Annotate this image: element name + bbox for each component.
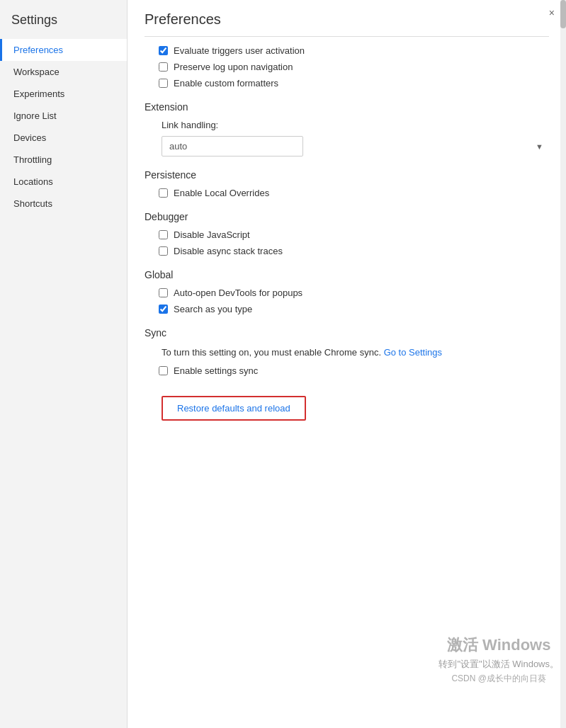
- select-arrow-icon: ▼: [536, 142, 543, 151]
- search-as-you-type-checkbox[interactable]: [159, 305, 168, 314]
- watermark-overlay: 激活 Windows 转到"设置"以激活 Windows。 CSDN @成长中的…: [438, 632, 559, 686]
- sidebar-item-experiments[interactable]: Experiments: [0, 83, 127, 105]
- link-handling-label: Link handling:: [162, 120, 218, 130]
- disable-async-label[interactable]: Disable async stack traces: [174, 246, 283, 256]
- link-handling-row: Link handling:: [162, 120, 549, 130]
- preserve-log-checkbox[interactable]: [159, 62, 168, 72]
- sidebar-item-devices[interactable]: Devices: [0, 127, 127, 149]
- sidebar-title: Settings: [0, 6, 127, 39]
- checkbox-disable-async: Disable async stack traces: [159, 246, 549, 256]
- main-content: × Preferences Evaluate triggers user act…: [128, 0, 566, 728]
- sidebar-item-throttling[interactable]: Throttling: [0, 149, 127, 171]
- scroll-thumb[interactable]: [560, 0, 566, 28]
- checkbox-preserve-log: Preserve log upon navigation: [159, 62, 549, 72]
- evaluate-triggers-checkbox[interactable]: [159, 46, 168, 55]
- settings-container: Settings Preferences Workspace Experimen…: [0, 0, 566, 728]
- sidebar-item-locations[interactable]: Locations: [0, 171, 127, 193]
- restore-defaults-button[interactable]: Restore defaults and reload: [162, 396, 306, 421]
- checkbox-auto-open-devtools: Auto-open DevTools for popups: [159, 288, 549, 298]
- sidebar-item-shortcuts[interactable]: Shortcuts: [0, 193, 127, 215]
- link-handling-select-wrapper: auto always never ▼: [162, 136, 549, 157]
- enable-settings-sync-label[interactable]: Enable settings sync: [174, 365, 258, 376]
- checkbox-enable-settings-sync: Enable settings sync: [159, 365, 549, 376]
- sync-description: To turn this setting on, you must enable…: [162, 346, 549, 360]
- checkbox-enable-formatters: Enable custom formatters: [159, 78, 549, 89]
- evaluate-triggers-label[interactable]: Evaluate triggers user activation: [174, 45, 305, 56]
- sidebar-item-ignore-list[interactable]: Ignore List: [0, 105, 127, 127]
- extension-section-header: Extension: [145, 101, 549, 113]
- sync-section-header: Sync: [145, 327, 549, 339]
- disable-js-label[interactable]: Disable JavaScript: [174, 229, 250, 240]
- disable-js-checkbox[interactable]: [159, 230, 168, 239]
- checkbox-enable-local-overrides: Enable Local Overrides: [159, 188, 549, 198]
- sidebar-item-workspace[interactable]: Workspace: [0, 61, 127, 83]
- preserve-log-label[interactable]: Preserve log upon navigation: [174, 62, 293, 72]
- global-section-header: Global: [145, 269, 549, 280]
- enable-local-overrides-label[interactable]: Enable Local Overrides: [174, 188, 269, 198]
- enable-formatters-label[interactable]: Enable custom formatters: [174, 78, 278, 89]
- enable-local-overrides-checkbox[interactable]: [159, 188, 168, 198]
- checkbox-evaluate-triggers: Evaluate triggers user activation: [159, 45, 549, 56]
- enable-settings-sync-checkbox[interactable]: [159, 366, 168, 375]
- sidebar-item-preferences[interactable]: Preferences: [0, 39, 127, 61]
- checkbox-search-as-you-type: Search as you type: [159, 304, 549, 314]
- search-as-you-type-label[interactable]: Search as you type: [174, 304, 252, 314]
- close-button[interactable]: ×: [546, 6, 557, 20]
- disable-async-checkbox[interactable]: [159, 246, 168, 256]
- scroll-indicator[interactable]: [560, 0, 566, 728]
- auto-open-devtools-checkbox[interactable]: [159, 288, 168, 297]
- title-divider: [145, 36, 549, 37]
- persistence-section-header: Persistence: [145, 169, 549, 181]
- sidebar: Settings Preferences Workspace Experimen…: [0, 0, 128, 728]
- link-handling-select[interactable]: auto always never: [162, 136, 303, 157]
- page-title: Preferences: [145, 11, 549, 28]
- checkbox-disable-js: Disable JavaScript: [159, 229, 549, 240]
- auto-open-devtools-label[interactable]: Auto-open DevTools for popups: [174, 288, 302, 298]
- enable-formatters-checkbox[interactable]: [159, 79, 168, 88]
- go-to-settings-link[interactable]: Go to Settings: [384, 347, 442, 358]
- debugger-section-header: Debugger: [145, 211, 549, 222]
